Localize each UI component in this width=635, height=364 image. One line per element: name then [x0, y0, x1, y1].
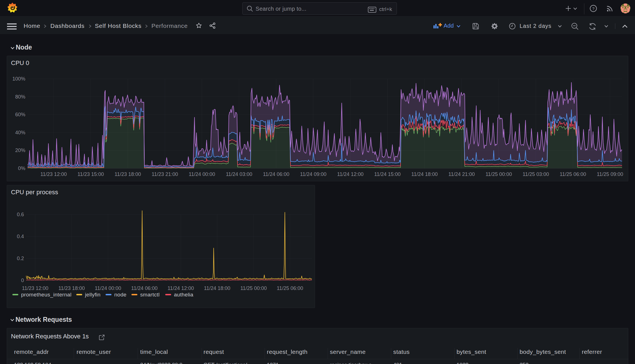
svg-text:11/24 06:00: 11/24 06:00 [131, 285, 158, 291]
svg-text:11/23 12:00: 11/23 12:00 [40, 171, 67, 177]
svg-text:11/24 12:00: 11/24 12:00 [167, 285, 194, 291]
svg-text:11/23 15:00: 11/23 15:00 [77, 171, 104, 177]
svg-text:11/24 00:00: 11/24 00:00 [95, 285, 121, 291]
svg-text:100%: 100% [12, 76, 25, 82]
svg-text:11/24 18:00: 11/24 18:00 [411, 171, 438, 177]
svg-text:11/25 03:00: 11/25 03:00 [523, 171, 549, 177]
svg-text:11/23 18:00: 11/23 18:00 [115, 171, 141, 177]
svg-text:11/25 06:00: 11/25 06:00 [560, 171, 586, 177]
svg-text:11/24 15:00: 11/24 15:00 [374, 171, 401, 177]
svg-text:40%: 40% [15, 130, 25, 135]
svg-text:0.6: 0.6 [17, 212, 24, 217]
svg-text:11/23 18:00: 11/23 18:00 [58, 285, 85, 291]
svg-text:11/24 09:00: 11/24 09:00 [300, 171, 327, 177]
svg-text:11/24 21:00: 11/24 21:00 [448, 171, 475, 177]
svg-text:0.2: 0.2 [17, 256, 24, 261]
svg-text:11/24 03:00: 11/24 03:00 [226, 171, 252, 177]
svg-text:20%: 20% [15, 148, 25, 153]
svg-text:11/24 18:00: 11/24 18:00 [204, 285, 231, 291]
svg-text:80%: 80% [15, 94, 25, 100]
svg-text:60%: 60% [15, 112, 25, 117]
svg-text:11/25 00:00: 11/25 00:00 [240, 285, 267, 291]
svg-text:0: 0 [21, 278, 24, 283]
svg-text:11/23 21:00: 11/23 21:00 [152, 171, 178, 177]
svg-text:11/25 09:00: 11/25 09:00 [597, 171, 623, 177]
svg-text:11/24 12:00: 11/24 12:00 [337, 171, 364, 177]
svg-text:11/25 06:00: 11/25 06:00 [277, 285, 303, 291]
svg-text:?: ? [592, 6, 594, 11]
svg-text:11/25 00:00: 11/25 00:00 [486, 171, 512, 177]
svg-text:0%: 0% [18, 166, 25, 171]
svg-text:0.4: 0.4 [17, 234, 24, 239]
svg-text:11/24 06:00: 11/24 06:00 [263, 171, 289, 177]
svg-text:11/23 12:00: 11/23 12:00 [22, 285, 48, 291]
svg-text:11/24 00:00: 11/24 00:00 [189, 171, 215, 177]
